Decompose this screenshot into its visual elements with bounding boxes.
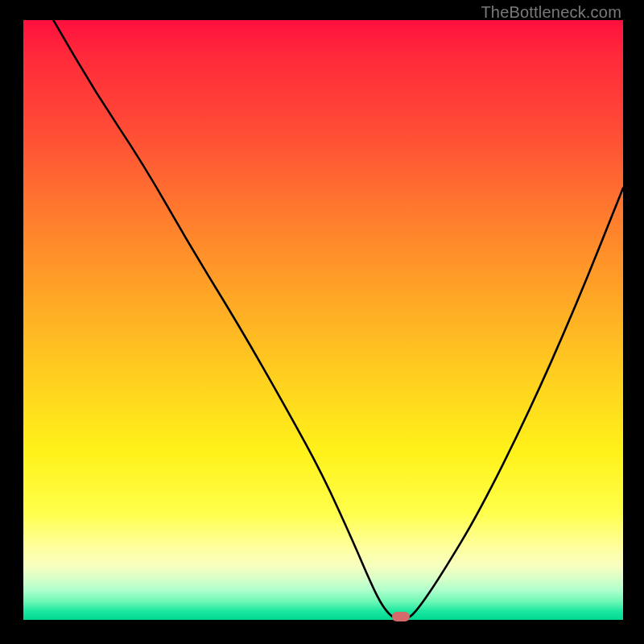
- chart-frame: TheBottleneck.com: [0, 0, 644, 644]
- watermark-text: TheBottleneck.com: [481, 3, 621, 22]
- plot-area: [23, 20, 623, 620]
- minimum-marker: [392, 612, 410, 621]
- bottleneck-curve: [23, 20, 623, 620]
